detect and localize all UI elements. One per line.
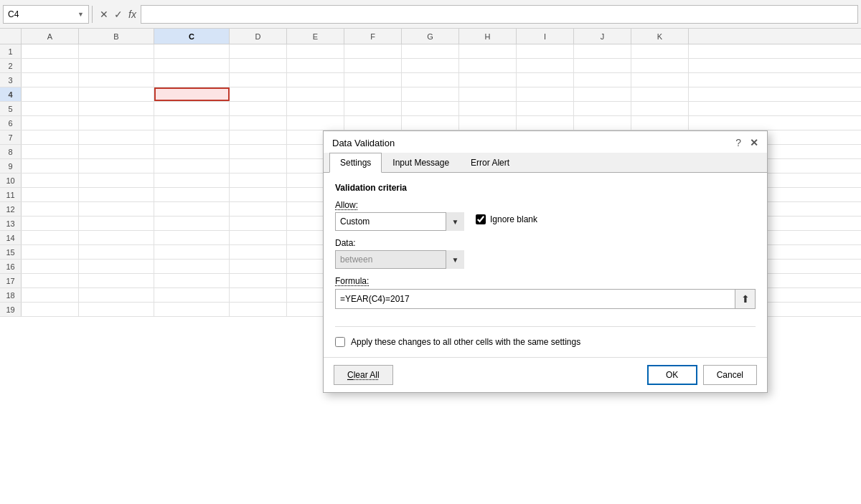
cell-c3[interactable] <box>154 73 230 87</box>
dialog-help-button[interactable]: ? <box>735 137 741 148</box>
cell-i3[interactable] <box>517 73 574 87</box>
cell-k2[interactable] <box>631 59 689 72</box>
cell-e1[interactable] <box>287 44 344 58</box>
cell-b4[interactable] <box>79 87 154 101</box>
data-group: Data: between not between equal to not e… <box>335 238 464 269</box>
cell-g1[interactable] <box>402 44 459 58</box>
ok-button[interactable]: OK <box>647 365 697 385</box>
cell-d2[interactable] <box>230 59 287 72</box>
allow-select[interactable]: Any value Whole number Decimal List Date… <box>335 212 464 231</box>
allow-group: Allow: Any value Whole number Decimal Li… <box>335 200 464 231</box>
apply-changes-row: Apply these changes to all other cells w… <box>335 326 756 347</box>
ignore-blank-label[interactable]: Ignore blank <box>490 214 537 224</box>
cell-h3[interactable] <box>459 73 517 87</box>
cell-a2[interactable] <box>22 59 79 72</box>
cell-h1[interactable] <box>459 44 517 58</box>
validation-criteria-title: Validation criteria <box>335 183 756 193</box>
cell-a1[interactable] <box>22 44 79 58</box>
cell-g4[interactable] <box>402 87 459 101</box>
table-row: 5 <box>0 102 861 116</box>
cell-d3[interactable] <box>230 73 287 87</box>
confirm-formula-icon[interactable]: ✓ <box>114 9 123 20</box>
col-header-j[interactable]: J <box>574 29 631 44</box>
cell-a4[interactable] <box>22 87 79 101</box>
cell-b3[interactable] <box>79 73 154 87</box>
cell-f3[interactable] <box>344 73 402 87</box>
cell-c1[interactable] <box>154 44 230 58</box>
clear-all-label-rest: lear All <box>354 370 380 380</box>
cancel-formula-icon[interactable]: ✕ <box>100 9 108 20</box>
cell-h4[interactable] <box>459 87 517 101</box>
ignore-blank-checkbox[interactable] <box>476 214 486 224</box>
col-header-h[interactable]: H <box>459 29 517 44</box>
apply-changes-label[interactable]: Apply these changes to all other cells w… <box>351 337 580 347</box>
cell-g2[interactable] <box>402 59 459 72</box>
cell-d4[interactable] <box>230 87 287 101</box>
tab-error-alert[interactable]: Error Alert <box>460 153 520 173</box>
cell-b2[interactable] <box>79 59 154 72</box>
row-num-1: 1 <box>0 44 22 58</box>
col-header-k[interactable]: K <box>631 29 689 44</box>
cell-c2[interactable] <box>154 59 230 72</box>
table-row: 2 <box>0 59 861 73</box>
cell-h2[interactable] <box>459 59 517 72</box>
tab-settings[interactable]: Settings <box>329 153 382 173</box>
data-select[interactable]: between not between equal to not equal t… <box>335 250 464 269</box>
dialog-footer: Clear All OK Cancel <box>324 357 767 392</box>
cell-b1[interactable] <box>79 44 154 58</box>
dialog-close-button[interactable]: ✕ <box>750 137 758 148</box>
cell-c4-selected[interactable] <box>154 87 230 101</box>
col-header-d[interactable]: D <box>230 29 287 44</box>
formula-input[interactable] <box>335 289 735 309</box>
grid-container: 1 2 <box>0 44 861 504</box>
cell-e2[interactable] <box>287 59 344 72</box>
cell-f2[interactable] <box>344 59 402 72</box>
cancel-button[interactable]: Cancel <box>703 365 757 385</box>
cell-i4[interactable] <box>517 87 574 101</box>
cell-f4[interactable] <box>344 87 402 101</box>
cell-i2[interactable] <box>517 59 574 72</box>
cell-g3[interactable] <box>402 73 459 87</box>
allow-row: Allow: Any value Whole number Decimal Li… <box>335 200 756 231</box>
row-num-2: 2 <box>0 59 22 72</box>
ignore-blank-group: Ignore blank <box>476 200 537 224</box>
cell-f1[interactable] <box>344 44 402 58</box>
data-validation-dialog: Data Validation ? ✕ Settings Input Messa… <box>323 130 768 393</box>
col-header-a[interactable]: A <box>22 29 79 44</box>
cell-e3[interactable] <box>287 73 344 87</box>
col-header-g[interactable]: G <box>402 29 459 44</box>
name-box-dropdown-icon[interactable]: ▼ <box>77 11 84 18</box>
cell-j2[interactable] <box>574 59 631 72</box>
formula-expand-button[interactable]: ⬆ <box>735 289 756 309</box>
fx-icon[interactable]: fx <box>128 9 136 20</box>
cell-k1[interactable] <box>631 44 689 58</box>
table-row: 4 <box>0 87 861 102</box>
cell-d1[interactable] <box>230 44 287 58</box>
col-header-i[interactable]: I <box>517 29 574 44</box>
cell-k3[interactable] <box>631 73 689 87</box>
cell-j4[interactable] <box>574 87 631 101</box>
apply-changes-checkbox[interactable] <box>335 337 345 347</box>
dialog-title: Data Validation <box>332 138 395 148</box>
cell-j3[interactable] <box>574 73 631 87</box>
cell-i1[interactable] <box>517 44 574 58</box>
name-box[interactable]: C4 ▼ <box>3 5 89 24</box>
dialog-title-buttons: ? ✕ <box>735 137 758 148</box>
col-header-f[interactable]: F <box>344 29 402 44</box>
clear-all-button[interactable]: Clear All <box>334 365 393 385</box>
formula-bar[interactable] <box>141 5 858 24</box>
col-header-c[interactable]: C <box>154 29 230 44</box>
col-header-b[interactable]: B <box>79 29 154 44</box>
table-row: 6 <box>0 116 861 130</box>
dialog-title-bar: Data Validation ? ✕ <box>324 131 767 153</box>
cell-e4[interactable] <box>287 87 344 101</box>
allow-label: Allow: <box>335 200 464 210</box>
tab-input-message[interactable]: Input Message <box>382 153 460 173</box>
table-row: 1 <box>0 44 861 59</box>
formula-section: Formula: ⬆ <box>335 276 756 309</box>
cell-a3[interactable] <box>22 73 79 87</box>
cell-k4[interactable] <box>631 87 689 101</box>
dialog-body: Validation criteria Allow: Any value Who… <box>324 173 767 357</box>
col-header-e[interactable]: E <box>287 29 344 44</box>
cell-j1[interactable] <box>574 44 631 58</box>
